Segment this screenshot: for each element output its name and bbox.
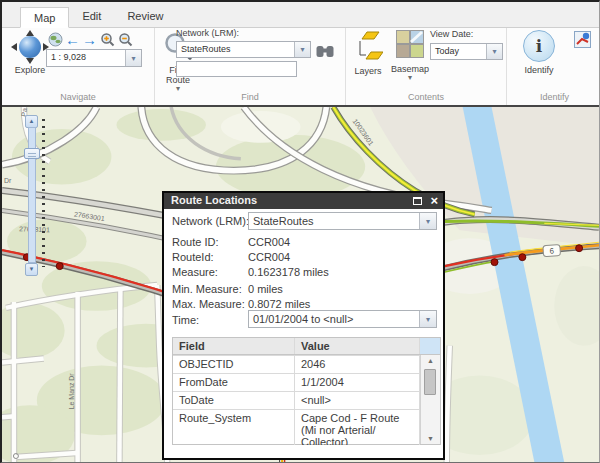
scrollbar-thumb[interactable]: [424, 369, 436, 395]
table-scrollbar[interactable]: ▲ ▼: [420, 355, 440, 444]
identify-route-icon: [574, 31, 591, 48]
map-zoom-slider[interactable]: ▲ ▼: [25, 115, 49, 276]
time-label: Time:: [172, 314, 199, 326]
dialog-network-value: StateRoutes: [249, 213, 419, 229]
full-extent-globe-button[interactable]: [48, 32, 63, 47]
measure-value: 0.1623178 miles: [248, 266, 329, 278]
route-locations-dialog: Route Locations × Network (LRM): StateRo…: [162, 191, 445, 460]
group-contents: Layers Basemap ▾ View Date: Today ▾ Cont…: [346, 28, 507, 105]
group-find: Find Route ▾ Network (LRM): StateRoutes …: [155, 28, 346, 105]
layers-label: Layers: [348, 66, 388, 76]
binoculars-icon: [316, 44, 334, 58]
layers-button[interactable]: Layers: [348, 30, 388, 76]
value-cell: Cape Cod - F Route (Mi nor Arterial/ Col…: [295, 410, 420, 445]
time-value: 01/01/2004 to <null>: [249, 311, 419, 327]
scroll-up-icon[interactable]: ▲: [421, 357, 440, 364]
time-combobox[interactable]: 01/01/2004 to <null> ▾: [248, 310, 437, 328]
route-search-input[interactable]: [176, 61, 297, 77]
identify-label: Identify: [507, 65, 571, 75]
group-label-identify: Identify: [507, 92, 600, 102]
field-cell: Route_System: [173, 410, 295, 445]
ribbon: Explore ← → 1 : 9,028 ▾: [2, 28, 599, 105]
group-label-contents: Contents: [346, 92, 506, 102]
explore-button[interactable]: [12, 31, 48, 63]
min-measure-value: 0 miles: [248, 283, 283, 295]
routeid-label: RouteId:: [172, 251, 214, 263]
identify-route-locations-button[interactable]: [574, 31, 591, 52]
zoom-slider-ticks: [42, 119, 45, 267]
group-label-navigate: Navigate: [2, 92, 154, 102]
min-measure-label: Min. Measure:: [172, 283, 242, 295]
col-header-value: Value: [295, 338, 420, 354]
max-measure-label: Max. Measure:: [172, 298, 245, 310]
locate-route-button[interactable]: [316, 44, 334, 62]
map-scale-dropdown-button[interactable]: ▾: [125, 50, 141, 66]
dialog-body: Network (LRM): StateRoutes ▾ Route ID: C…: [164, 209, 443, 458]
time-dropdown-button[interactable]: ▾: [419, 311, 436, 327]
field-cell: FromDate: [173, 374, 295, 391]
max-measure-value: 0.8072 miles: [248, 298, 310, 310]
maximize-icon[interactable]: [413, 197, 422, 205]
close-icon[interactable]: ×: [430, 193, 438, 208]
application-window: Map Edit Review Explore ← →: [0, 0, 600, 463]
map-scale-value: 1 : 9,028: [47, 50, 125, 66]
explore-arrow-up-icon: [26, 30, 34, 36]
tab-map[interactable]: Map: [20, 7, 69, 28]
col-header-field: Field: [173, 338, 295, 354]
value-cell: 1/1/2004: [295, 374, 420, 391]
zoom-slider-handle[interactable]: [24, 148, 40, 159]
view-date-label: View Date:: [430, 29, 473, 39]
explore-orb-icon: [19, 36, 41, 58]
group-identify: i Identify Identify: [507, 28, 600, 105]
route-shield: 6: [543, 245, 561, 257]
measure-label: Measure:: [172, 266, 218, 278]
previous-extent-button[interactable]: ←: [65, 32, 80, 47]
field-cell: ToDate: [173, 392, 295, 409]
routeid-value: CCR004: [248, 251, 290, 263]
zoom-slider-down-button[interactable]: ▼: [25, 263, 38, 276]
view-date-dropdown-button[interactable]: ▾: [486, 44, 502, 59]
value-cell: 2046: [295, 356, 420, 373]
explore-arrow-down-icon: [26, 58, 34, 64]
dialog-network-combobox[interactable]: StateRoutes ▾: [248, 212, 437, 230]
basemap-button[interactable]: Basemap ▾: [388, 30, 432, 82]
scroll-down-icon[interactable]: ▼: [421, 435, 440, 442]
svg-text:Le Manz Dr: Le Manz Dr: [68, 373, 75, 410]
network-lrm-value: StateRoutes: [177, 42, 294, 57]
tab-edit[interactable]: Edit: [69, 6, 114, 27]
ribbon-tab-bar: Map Edit Review: [2, 2, 599, 28]
table-row: OBJECTID 2046: [173, 355, 440, 373]
dialog-title: Route Locations: [171, 194, 257, 206]
dialog-network-dropdown-button[interactable]: ▾: [419, 213, 436, 229]
dialog-network-label: Network (LRM):: [172, 215, 249, 227]
basemap-icon: [396, 30, 424, 60]
view-date-value: Today: [431, 44, 486, 59]
layers-icon: [353, 30, 383, 62]
map-viewport: 6 27663001 27663101 27326001 10023601 Le…: [2, 105, 599, 462]
identify-button[interactable]: i: [523, 30, 555, 62]
attribute-table: Field Value OBJECTID 2046 FromDate 1/1/2…: [172, 337, 441, 445]
table-row: FromDate 1/1/2004: [173, 373, 440, 391]
map-scale-combobox[interactable]: 1 : 9,028 ▾: [46, 49, 142, 67]
explore-arrow-left-icon: [11, 43, 17, 51]
svg-text:Dr: Dr: [4, 177, 12, 184]
route-id-label: Route ID:: [172, 236, 218, 248]
attribute-table-header: Field Value: [173, 338, 440, 355]
table-row: Route_System Cape Cod - F Route (Mi nor …: [173, 409, 440, 445]
network-lrm-label: Network (LRM):: [176, 28, 239, 38]
value-cell: <null>: [295, 392, 420, 409]
table-row: ToDate <null>: [173, 391, 440, 409]
group-navigate: Explore ← → 1 : 9,028 ▾: [2, 28, 155, 105]
network-lrm-combobox[interactable]: StateRoutes ▾: [176, 41, 311, 58]
dialog-title-bar[interactable]: Route Locations ×: [164, 193, 443, 209]
tab-review[interactable]: Review: [114, 6, 176, 27]
view-date-combobox[interactable]: Today ▾: [430, 43, 503, 60]
field-cell: OBJECTID: [173, 356, 295, 373]
route-id-value: CCR004: [248, 236, 290, 248]
network-lrm-dropdown-button[interactable]: ▾: [294, 42, 310, 57]
col-header-scroll: [420, 338, 440, 354]
next-extent-button[interactable]: →: [82, 32, 97, 47]
group-label-find: Find: [155, 92, 345, 102]
basemap-dropdown-caret-icon: ▾: [388, 74, 432, 82]
